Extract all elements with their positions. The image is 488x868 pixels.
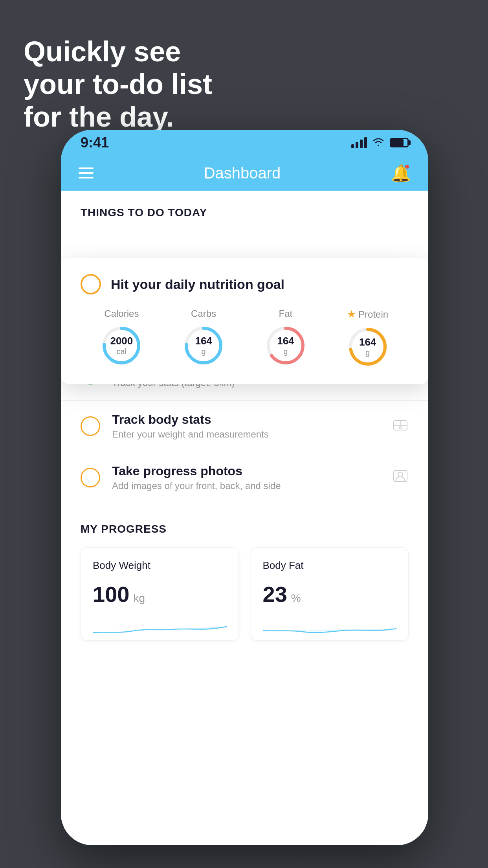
headline-line3: for the day.: [24, 101, 174, 132]
headline: Quickly see your to-do list for the day.: [24, 35, 212, 133]
body-weight-card[interactable]: Body Weight 100 kg: [81, 547, 239, 641]
svg-point-14: [398, 472, 403, 477]
app-header: Dashboard 🔔: [61, 155, 428, 191]
body-weight-value: 100: [93, 581, 129, 607]
nutrition-card[interactable]: Hit your daily nutrition goal Calories: [61, 258, 428, 384]
fat-label: Fat: [279, 308, 293, 319]
calories-label: Calories: [104, 308, 139, 319]
header-title: Dashboard: [204, 164, 281, 182]
todo-item-progress-photos[interactable]: Take progress photos Add images of your …: [61, 452, 428, 503]
phone-frame: 9:41 Da: [61, 130, 428, 845]
nutrition-protein: ★Protein 164 g: [346, 308, 389, 368]
calories-unit: cal: [110, 347, 133, 356]
progress-header: MY PROGRESS: [81, 523, 409, 535]
status-icons: [351, 136, 409, 149]
carbs-unit: g: [195, 347, 212, 356]
protein-value: 164: [359, 336, 376, 348]
menu-button[interactable]: [79, 167, 94, 178]
protein-ring: 164 g: [346, 325, 389, 368]
fat-ring: 164 g: [264, 324, 307, 367]
nutrition-fat: Fat 164 g: [264, 308, 307, 367]
body-stats-title: Track body stats: [112, 412, 380, 427]
scale-icon: [392, 417, 409, 435]
body-weight-unit: kg: [133, 592, 145, 605]
body-weight-chart: [93, 617, 227, 640]
svg-point-12: [399, 427, 402, 429]
star-icon: ★: [347, 308, 356, 320]
body-weight-card-title: Body Weight: [93, 559, 227, 572]
protein-unit: g: [359, 348, 376, 357]
headline-line1: Quickly see: [24, 36, 181, 67]
photos-title: Take progress photos: [112, 464, 380, 478]
carbs-value: 164: [195, 335, 212, 347]
body-fat-chart: [263, 617, 397, 640]
nutrition-calories: Calories 2000 cal: [100, 308, 143, 367]
status-bar: 9:41: [61, 130, 428, 155]
headline-line2: your to-do list: [24, 68, 212, 100]
photos-subtitle: Add images of your front, back, and side: [112, 480, 380, 491]
nutrition-card-title: Hit your daily nutrition goal: [111, 277, 284, 292]
battery-icon: [390, 138, 409, 147]
nutrition-circles: Calories 2000 cal: [81, 308, 409, 368]
progress-cards: Body Weight 100 kg: [81, 547, 409, 641]
notification-button[interactable]: 🔔: [391, 163, 411, 183]
carbs-ring: 164 g: [182, 324, 225, 367]
progress-section: MY PROGRESS Body Weight 100 kg: [61, 503, 428, 653]
photos-check[interactable]: [81, 468, 100, 487]
fat-value: 164: [277, 335, 294, 347]
protein-label: ★Protein: [347, 308, 388, 320]
todo-item-body-stats[interactable]: Track body stats Enter your weight and m…: [61, 400, 428, 452]
body-fat-card[interactable]: Body Fat 23 %: [251, 547, 409, 641]
carbs-label: Carbs: [191, 308, 216, 319]
person-icon: [392, 469, 409, 487]
calories-ring: 2000 cal: [100, 324, 143, 367]
nutrition-check-circle[interactable]: [81, 274, 101, 294]
body-fat-value: 23: [263, 581, 287, 607]
body-fat-card-title: Body Fat: [263, 559, 397, 572]
notification-badge: [404, 164, 410, 169]
fat-unit: g: [277, 347, 294, 356]
nutrition-carbs: Carbs 164 g: [182, 308, 225, 367]
calories-value: 2000: [110, 335, 133, 347]
main-content: THINGS TO DO TODAY Hit your daily nutrit…: [61, 191, 428, 845]
signal-icon: [351, 137, 367, 148]
body-fat-unit: %: [291, 592, 301, 605]
wifi-icon: [372, 136, 384, 149]
things-to-do-header: THINGS TO DO TODAY: [61, 191, 428, 227]
status-time: 9:41: [81, 134, 109, 151]
body-stats-subtitle: Enter your weight and measurements: [112, 429, 380, 440]
body-stats-check[interactable]: [81, 416, 100, 436]
